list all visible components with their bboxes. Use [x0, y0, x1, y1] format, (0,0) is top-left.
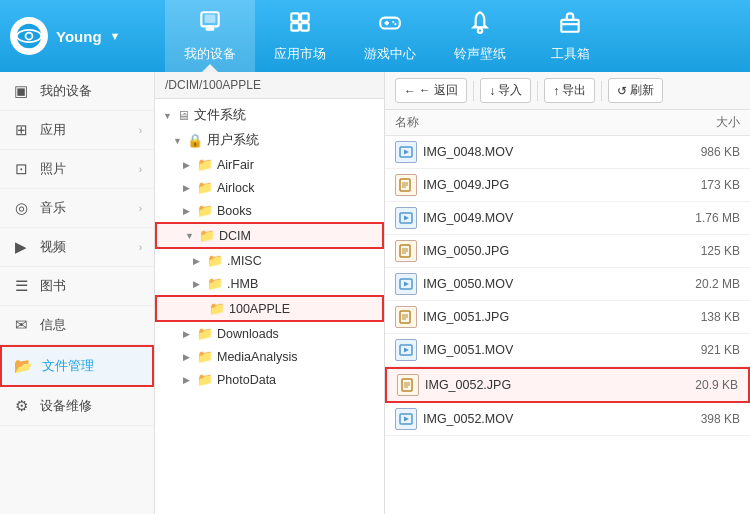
file-name-label: IMG_0050.JPG: [423, 244, 674, 258]
svg-rect-7: [208, 25, 212, 28]
svg-rect-19: [561, 20, 578, 32]
tree-node-file-system[interactable]: ▼ 🖥 文件系统: [155, 103, 384, 128]
tree-node-airfair[interactable]: ▶ 📁 AirFair: [155, 153, 384, 176]
tree-label-airfair: AirFair: [217, 158, 376, 172]
sidebar-label-messages: 信息: [40, 316, 142, 334]
file-tree: ▼ 🖥 文件系统 ▼ 🔒 用户系统 ▶ 📁 AirFair ▶ 📁 Airloc…: [155, 99, 384, 514]
file-size-label: 20.2 MB: [680, 277, 740, 291]
file-thumb-icon: [395, 240, 417, 262]
tree-node-books-folder[interactable]: ▶ 📁 Books: [155, 199, 384, 222]
toolbox-icon: [557, 9, 583, 39]
tree-arrow-mediaanalysis: ▶: [183, 352, 193, 362]
file-size-label: 398 KB: [680, 412, 740, 426]
nav-item-my-device[interactable]: 我的设备: [165, 0, 255, 72]
tree-node-misc[interactable]: ▶ 📁 .MISC: [155, 249, 384, 272]
nav-item-app-market[interactable]: 应用市场: [255, 0, 345, 72]
tree-label-airlock: Airlock: [217, 181, 376, 195]
file-row[interactable]: IMG_0051.JPG138 KB: [385, 301, 750, 334]
sidebar-item-messages[interactable]: ✉ 信息: [0, 306, 154, 345]
file-name-label: IMG_0050.MOV: [423, 277, 674, 291]
gamecenter-icon: [377, 9, 403, 39]
svg-marker-46: [404, 417, 409, 422]
file-row[interactable]: IMG_0050.JPG125 KB: [385, 235, 750, 268]
sidebar-item-device-repair[interactable]: ⚙ 设备维修: [0, 387, 154, 426]
logo-area: Young ▼: [10, 17, 165, 55]
tree-arrow-dcim: ▼: [185, 231, 195, 241]
sidebar-item-video[interactable]: ▶ 视频 ›: [0, 228, 154, 267]
sidebar-item-books[interactable]: ☰ 图书: [0, 267, 154, 306]
sidebar-item-apps[interactable]: ⊞ 应用 ›: [0, 111, 154, 150]
tree-arrow-airlock: ▶: [183, 183, 193, 193]
back-button[interactable]: ← ← 返回: [395, 78, 467, 103]
photodata-icon: 📁: [197, 372, 213, 387]
file-row[interactable]: IMG_0050.MOV20.2 MB: [385, 268, 750, 301]
col-header-size: 大小: [670, 114, 740, 131]
nav-label-toolbox: 工具箱: [551, 45, 590, 63]
tree-node-dcim[interactable]: ▼ 📁 DCIM: [155, 222, 384, 249]
svg-rect-8: [291, 13, 299, 21]
file-size-label: 173 KB: [680, 178, 740, 192]
file-row[interactable]: IMG_0049.MOV1.76 MB: [385, 202, 750, 235]
tree-node-photodata[interactable]: ▶ 📁 PhotoData: [155, 368, 384, 391]
svg-point-3: [26, 33, 31, 38]
tree-arrow-photodata: ▶: [183, 375, 193, 385]
file-row[interactable]: IMG_0048.MOV986 KB: [385, 136, 750, 169]
user-name: Young: [56, 28, 102, 45]
sidebar-item-photos[interactable]: ⊡ 照片 ›: [0, 150, 154, 189]
svg-rect-5: [205, 14, 216, 23]
center-panel: /DCIM/100APPLE ▼ 🖥 文件系统 ▼ 🔒 用户系统 ▶ 📁 Air…: [155, 72, 385, 514]
file-name-label: IMG_0052.MOV: [423, 412, 674, 426]
sidebar-label-apps: 应用: [40, 121, 129, 139]
path-text: /DCIM/100APPLE: [165, 78, 261, 92]
sidebar-item-music[interactable]: ◎ 音乐 ›: [0, 189, 154, 228]
user-dropdown-icon[interactable]: ▼: [110, 30, 121, 42]
tree-node-100apple[interactable]: 📁 100APPLE: [155, 295, 384, 322]
tree-node-mediaanalysis[interactable]: ▶ 📁 MediaAnalysis: [155, 345, 384, 368]
tree-label-hmb: .HMB: [227, 277, 376, 291]
sidebar-label-photos: 照片: [40, 160, 129, 178]
tree-node-user-system[interactable]: ▼ 🔒 用户系统: [155, 128, 384, 153]
import-button[interactable]: ↓ 导入: [480, 78, 531, 103]
tree-label-100apple: 100APPLE: [229, 302, 374, 316]
tree-arrow-user-system: ▼: [173, 136, 183, 146]
nav-label-ringtones: 铃声壁纸: [454, 45, 506, 63]
refresh-button[interactable]: ↺ 刷新: [608, 78, 663, 103]
tree-node-downloads[interactable]: ▶ 📁 Downloads: [155, 322, 384, 345]
file-thumb-icon: [395, 207, 417, 229]
tree-label-downloads: Downloads: [217, 327, 376, 341]
file-size-label: 921 KB: [680, 343, 740, 357]
file-row[interactable]: IMG_0051.MOV921 KB: [385, 334, 750, 367]
file-name-label: IMG_0049.MOV: [423, 211, 674, 225]
nav-item-toolbox[interactable]: 工具箱: [525, 0, 615, 72]
file-system-icon: 🖥: [177, 108, 190, 123]
refresh-icon: ↺: [617, 84, 627, 98]
file-list: IMG_0048.MOV986 KBIMG_0049.JPG173 KBIMG_…: [385, 136, 750, 514]
100apple-icon: 📁: [209, 301, 225, 316]
file-thumb-icon: [395, 306, 417, 328]
left-sidebar: ▣ 我的设备 ⊞ 应用 › ⊡ 照片 › ◎ 音乐 › ▶ 视频 › ☰ 图书 …: [0, 72, 155, 514]
nav-item-ringtones[interactable]: 铃声壁纸: [435, 0, 525, 72]
file-row[interactable]: IMG_0052.MOV398 KB: [385, 403, 750, 436]
file-name-label: IMG_0052.JPG: [425, 378, 672, 392]
nav-label-my-device: 我的设备: [184, 45, 236, 63]
user-system-icon: 🔒: [187, 133, 203, 148]
sidebar-item-my-device[interactable]: ▣ 我的设备: [0, 72, 154, 111]
sidebar-label-books: 图书: [40, 277, 142, 295]
svg-rect-12: [380, 18, 400, 29]
column-headers: 名称 大小: [385, 110, 750, 136]
tree-node-hmb[interactable]: ▶ 📁 .HMB: [155, 272, 384, 295]
file-row[interactable]: IMG_0049.JPG173 KB: [385, 169, 750, 202]
tree-node-airlock[interactable]: ▶ 📁 Airlock: [155, 176, 384, 199]
sidebar-item-file-mgr[interactable]: 📂 文件管理: [0, 345, 154, 387]
nav-item-game-center[interactable]: 游戏中心: [345, 0, 435, 72]
mediaanalysis-icon: 📁: [197, 349, 213, 364]
path-bar: /DCIM/100APPLE: [155, 72, 384, 99]
tree-arrow-misc: ▶: [193, 256, 203, 266]
back-icon: ←: [404, 84, 416, 98]
books-folder-icon: 📁: [197, 203, 213, 218]
export-button[interactable]: ↑ 导出: [544, 78, 595, 103]
toolbar-sep-1: [473, 81, 474, 101]
file-row[interactable]: IMG_0052.JPG20.9 KB: [385, 367, 750, 403]
sidebar-label-video: 视频: [40, 238, 129, 256]
file-size-label: 125 KB: [680, 244, 740, 258]
